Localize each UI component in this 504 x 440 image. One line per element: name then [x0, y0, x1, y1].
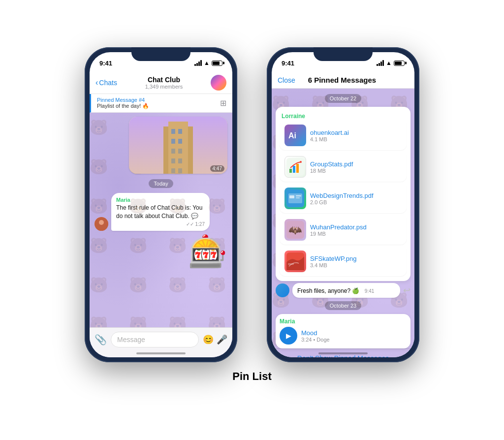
reply-icon[interactable]: ↩: [403, 285, 410, 296]
svg-rect-7: [171, 149, 175, 154]
file-item-psd[interactable]: 🦇 WuhanPredator.psd 19 MB: [280, 215, 407, 245]
lorraine-avatar-small: [276, 283, 289, 297]
input-right-icons: 😊 🎤: [203, 334, 227, 345]
pin-nav-bar: Close 6 Pinned Messages: [272, 72, 414, 89]
svg-rect-21: [296, 164, 299, 173]
file-name-stats: GroupStats.pdf: [310, 160, 402, 168]
battery-icon: [212, 61, 222, 66]
notch-right: [314, 47, 373, 61]
date-section-2: October 23: [276, 301, 410, 310]
file-size-stats: 18 MB: [310, 168, 402, 174]
file-item-web[interactable]: WebDesignTrends.pdf 2.0 GB: [280, 184, 407, 213]
svg-rect-20: [293, 166, 295, 173]
play-button[interactable]: ▶: [280, 327, 297, 345]
audio-info: Mood 3:24 • Doge: [301, 329, 330, 343]
svg-rect-25: [289, 195, 294, 198]
home-indicator-left: [136, 352, 186, 354]
file-size-web: 2.0 GB: [310, 199, 402, 205]
message-input[interactable]: Message: [111, 332, 199, 347]
image-message: 4:47: [129, 117, 227, 174]
pin-nav-title: 6 Pinned Messages: [308, 76, 376, 84]
file-info-web: WebDesignTrends.pdf 2.0 GB: [310, 192, 402, 205]
svg-rect-8: [178, 149, 182, 154]
file-thumb-web: [284, 188, 306, 209]
file-size-ai: 4.1 MB: [310, 136, 402, 142]
pinned-text: Pinned Message #4 Playlist of the day! 🔥: [97, 97, 216, 109]
chat-background: 4:47 Today: [90, 113, 232, 357]
svg-rect-31: [288, 263, 294, 265]
attach-icon[interactable]: 📎: [94, 334, 107, 346]
avatar[interactable]: [211, 75, 226, 91]
pinned-desc: Playlist of the day! 🔥: [97, 103, 216, 109]
file-size-psd: 19 MB: [310, 231, 402, 237]
file-size-png: 3.4 MB: [310, 262, 402, 268]
message-placeholder: Message: [117, 336, 145, 344]
lorraine-label: Lorraine: [280, 110, 407, 121]
file-info-stats: GroupStats.pdf 18 MB: [310, 160, 402, 174]
dont-show-section: Don't Show Pinned Messages: [276, 348, 410, 357]
file-name-ai: ohuenkoart.ai: [310, 129, 402, 136]
fresh-files-text: Fresh files, anyone? 🍏: [297, 287, 359, 294]
pinned-message-bar[interactable]: Pinned Message #4 Playlist of the day! 🔥…: [90, 94, 232, 113]
main-container: 9:41 ▲: [85, 47, 419, 362]
status-time-left: 9:41: [99, 60, 112, 67]
status-time-right: 9:41: [282, 60, 294, 67]
file-thumb-psd: 🦇: [284, 219, 306, 241]
pinned-title: Pinned Message #4: [97, 97, 216, 103]
audio-card: Maria ▶ Mood 3:24 • Doge: [276, 314, 410, 348]
microphone-icon[interactable]: 🎤: [217, 334, 227, 345]
back-label: Chats: [99, 79, 117, 87]
file-item-ai[interactable]: Ai ohuenkoart.ai 4.1 MB: [280, 121, 407, 150]
svg-rect-5: [171, 139, 175, 144]
file-name-web: WebDesignTrends.pdf: [310, 192, 402, 199]
notch-left: [131, 47, 190, 61]
message-time-overlay: 4:47: [210, 165, 224, 172]
page-title: Pin List: [232, 370, 271, 383]
chat-nav-bar: ‹ Chats Chat Club 1,349 members: [90, 72, 232, 94]
signal-icon: [194, 60, 202, 66]
chat-members: 1,349 members: [121, 84, 207, 90]
status-icons-left: ▲: [194, 60, 222, 66]
svg-rect-10: [178, 158, 182, 163]
file-item-png[interactable]: SFSkateWP.png 3.4 MB: [280, 247, 407, 276]
pin-list-background: October 22 Lorraine: [272, 89, 414, 357]
svg-point-22: [300, 161, 302, 163]
sticker-icon[interactable]: 😊: [203, 334, 214, 345]
close-button[interactable]: Close: [278, 76, 295, 84]
file-thumb-png: [284, 251, 306, 272]
fresh-files-bubble: Fresh files, anyone? 🍏 9:41: [292, 283, 400, 298]
pin-list-icon[interactable]: ⊞: [220, 98, 226, 108]
dont-show-button[interactable]: Don't Show Pinned Messages: [297, 354, 389, 357]
status-icons-right: ▲: [377, 60, 405, 66]
file-item-stats[interactable]: GroupStats.pdf 18 MB: [280, 152, 407, 182]
chat-name: Chat Club: [121, 76, 207, 84]
chat-title-area: Chat Club 1,349 members: [121, 76, 207, 90]
file-info-png: SFSkateWP.png 3.4 MB: [310, 255, 402, 268]
file-name-png: SFSkateWP.png: [310, 255, 402, 262]
svg-text:Ai: Ai: [288, 131, 296, 140]
fresh-files-row: Fresh files, anyone? 🍏 9:41 ↩: [276, 283, 410, 298]
svg-rect-6: [178, 139, 182, 144]
date-oct22: October 22: [325, 94, 361, 103]
svg-rect-26: [296, 195, 301, 196]
file-info-ai: ohuenkoart.ai 4.1 MB: [310, 129, 402, 142]
svg-rect-9: [171, 158, 175, 163]
signal-icon-right: [377, 60, 384, 66]
maria-label: Maria: [280, 318, 407, 325]
phone-right: 9:41 ▲: [267, 47, 419, 362]
battery-icon-right: [394, 61, 405, 66]
file-thumb-stats: [284, 156, 306, 178]
svg-rect-19: [289, 169, 292, 173]
svg-text:🦇: 🦇: [288, 223, 302, 237]
date-oct23: October 23: [325, 301, 361, 310]
svg-rect-3: [171, 129, 175, 134]
file-name-psd: WuhanPredator.psd: [310, 223, 402, 231]
wifi-icon: ▲: [204, 60, 210, 66]
audio-title: Mood: [301, 329, 330, 337]
svg-rect-27: [296, 197, 300, 198]
file-info-psd: WuhanPredator.psd 19 MB: [310, 223, 402, 237]
phone-left: 9:41 ▲: [85, 47, 237, 362]
svg-rect-11: [171, 168, 175, 173]
chevron-left-icon: ‹: [95, 78, 98, 87]
back-button[interactable]: ‹ Chats: [95, 78, 117, 87]
